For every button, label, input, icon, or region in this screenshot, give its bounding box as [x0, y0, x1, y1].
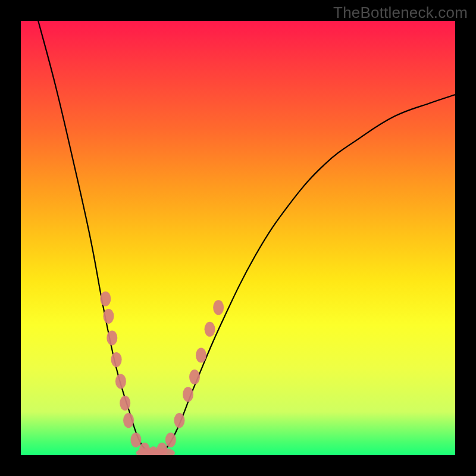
curve-marker — [107, 330, 117, 345]
curve-marker — [183, 387, 193, 402]
curve-marker — [196, 348, 206, 363]
marker-group — [100, 292, 224, 455]
curve-marker — [103, 309, 114, 324]
bottleneck-curve — [38, 21, 455, 455]
watermark-text: TheBottleneck.com — [333, 4, 468, 22]
curve-marker — [130, 433, 141, 447]
curve-marker — [189, 369, 200, 384]
curve-marker — [213, 300, 224, 315]
curve-marker — [123, 413, 134, 428]
curve-marker — [205, 322, 215, 337]
chart-frame: TheBottleneck.com — [0, 0, 476, 476]
plot-overlay — [21, 21, 455, 455]
curve-marker — [165, 433, 176, 447]
curve-marker — [111, 352, 122, 367]
curve-marker — [115, 374, 126, 389]
curve-marker — [100, 292, 111, 306]
curve-marker — [174, 413, 184, 428]
curve-marker — [120, 396, 130, 411]
